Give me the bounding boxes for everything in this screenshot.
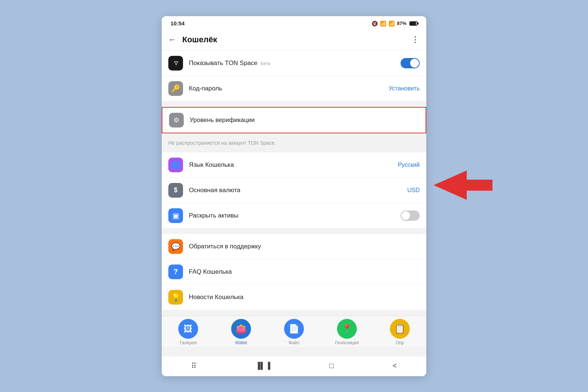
divider-1 [162, 104, 426, 107]
currency-item[interactable]: $ Основная валюта USD [162, 178, 426, 203]
app-dock: 🖼 Галерея 👛 Wallet 📄 Файл 📍 Геопозиция 📋 [162, 316, 426, 347]
status-icons: 🔇 📶 📶 87% [372, 21, 417, 26]
survey-icon: 📋 [390, 319, 410, 339]
news-icon: 💡 [168, 290, 183, 305]
status-time: 10:54 [171, 20, 184, 26]
passcode-action[interactable]: Установить [389, 85, 420, 92]
verification-label: Уровень верификации [190, 116, 419, 124]
divider-4 [162, 313, 426, 316]
wallet-label: Wallet [235, 340, 247, 345]
app-header: ← Кошелёк ⋮ [162, 29, 426, 51]
wallet-icon: 👛 [231, 319, 251, 339]
ton-icon: ▽ [168, 56, 183, 71]
section-language-currency: 🌐 Язык Кошелька Русский $ Основная валют… [162, 152, 426, 228]
location-icon: 📍 [337, 319, 357, 339]
home-button[interactable]: □ [322, 360, 341, 371]
dock-survey[interactable]: 📋 Опр [385, 319, 415, 345]
beta-tag: Бета [261, 61, 270, 66]
status-bar: 10:54 🔇 📶 📶 87% [162, 16, 426, 29]
faq-label: FAQ Кошелька [189, 268, 420, 276]
ton-space-item[interactable]: ▽ Показывать TON Space Бета [162, 51, 426, 76]
language-icon: 🌐 [168, 158, 183, 172]
divider-2 [162, 150, 426, 152]
page-title: Кошелёк [182, 35, 411, 44]
divider-3 [162, 231, 426, 234]
verification-item[interactable]: ⚙ Уровень верификации [162, 107, 426, 133]
news-label: Новости Кошелька [189, 294, 420, 301]
battery-icon [409, 21, 417, 26]
reveal-toggle[interactable] [401, 211, 420, 221]
passcode-item[interactable]: 🔑 Код-пароль Установить [162, 76, 426, 101]
red-arrow [434, 170, 492, 201]
faq-icon: ? [168, 265, 183, 279]
reveal-item[interactable]: ▣ Раскрыть активы [162, 203, 426, 228]
gallery-label: Галерея [180, 340, 197, 345]
survey-label: Опр [396, 340, 404, 345]
section-verification: ⚙ Уровень верификации [162, 107, 426, 133]
language-label: Язык Кошелька [189, 161, 398, 169]
signal-icon: 📶 [388, 21, 395, 26]
more-button[interactable]: ⋮ [411, 35, 420, 44]
location-label: Геопозиция [335, 340, 359, 345]
currency-icon: $ [168, 183, 183, 198]
verification-icon: ⚙ [169, 113, 184, 127]
section-support: 💬 Обратиться в поддержку ? FAQ Кошелька … [162, 234, 426, 310]
dock-files[interactable]: 📄 Файл [279, 319, 309, 345]
battery-percent: 87% [397, 21, 406, 26]
language-value: Русский [398, 162, 420, 168]
ton-space-label: Показывать TON Space Бета [189, 60, 401, 67]
support-icon: 💬 [168, 239, 183, 254]
files-icon: 📄 [284, 319, 304, 339]
mute-icon: 🔇 [372, 21, 378, 26]
dock-wallet[interactable]: 👛 Wallet [226, 319, 256, 345]
faq-item[interactable]: ? FAQ Кошелька [162, 259, 426, 285]
nav-bar: ⠿ ▐▌▐ □ < [162, 356, 426, 376]
wifi-icon: 📶 [380, 21, 386, 26]
ton-space-toggle[interactable] [401, 58, 420, 68]
content-area: ▽ Показывать TON Space Бета 🔑 Код-пароль… [162, 51, 426, 356]
back-nav-button[interactable]: < [385, 360, 404, 371]
currency-value: USD [407, 187, 420, 194]
dock-location[interactable]: 📍 Геопозиция [332, 319, 362, 345]
svg-marker-0 [434, 170, 492, 200]
back-button[interactable]: ← [168, 36, 176, 44]
support-item[interactable]: 💬 Обратиться в поддержку [162, 234, 426, 259]
passcode-label: Код-пароль [189, 85, 389, 92]
support-label: Обратиться в поддержку [189, 243, 420, 250]
currency-label: Основная валюта [189, 187, 407, 194]
language-item[interactable]: 🌐 Язык Кошелька Русский [162, 152, 426, 178]
recent-button[interactable]: ▐▌▐ [248, 360, 278, 371]
phone-container: 10:54 🔇 📶 📶 87% ← Кошелёк ⋮ ▽ [162, 16, 426, 376]
reveal-label: Раскрыть активы [189, 212, 401, 219]
news-item[interactable]: 💡 Новости Кошелька [162, 285, 426, 310]
menu-button[interactable]: ⠿ [184, 360, 204, 372]
gallery-icon: 🖼 [178, 319, 198, 339]
passcode-icon: 🔑 [168, 81, 183, 96]
note-text: Не распространяется на аккаунт TON Space… [168, 140, 276, 146]
ton-space-note: Не распространяется на аккаунт TON Space… [162, 136, 426, 150]
section-ton-passcode: ▽ Показывать TON Space Бета 🔑 Код-пароль… [162, 51, 426, 101]
reveal-icon: ▣ [168, 208, 183, 223]
files-label: Файл [288, 340, 300, 345]
dock-gallery[interactable]: 🖼 Галерея [173, 319, 203, 345]
